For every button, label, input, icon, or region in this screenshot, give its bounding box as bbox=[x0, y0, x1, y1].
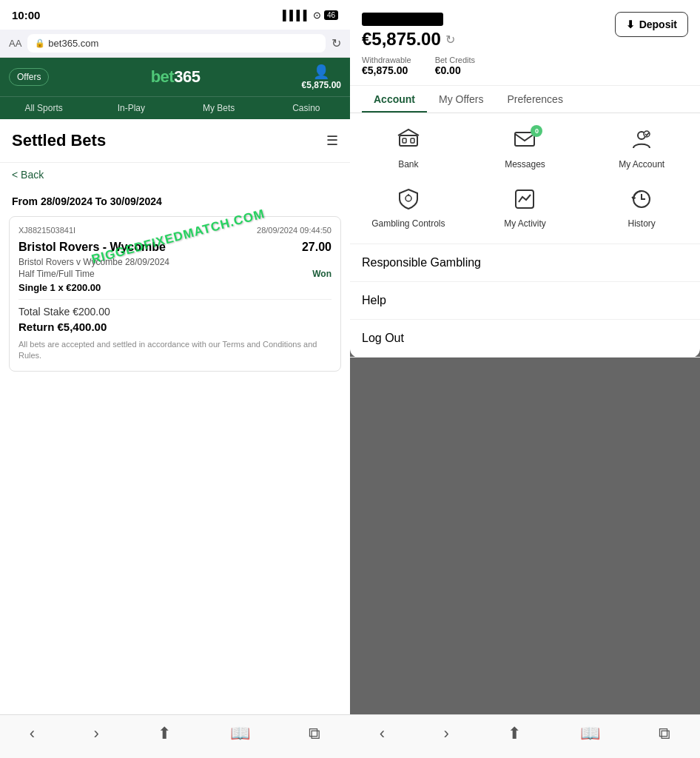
my-account-icon bbox=[630, 128, 653, 152]
panel-user-id bbox=[362, 13, 443, 26]
bet-type-row: Half Time/Full Time Won bbox=[18, 269, 332, 279]
app-header-left: Offers bet365 👤 €5,875.00 bbox=[0, 58, 350, 96]
bet-odds: 27.00 bbox=[302, 241, 332, 254]
stake-label: Total Stake bbox=[18, 306, 70, 318]
bookmark-icon-right[interactable]: 📖 bbox=[580, 724, 600, 743]
balance-left: €5,875.00 bbox=[302, 80, 341, 90]
return-label: Return bbox=[18, 321, 54, 333]
url-bar-left[interactable]: 🔒 bet365.com bbox=[27, 34, 326, 53]
account-tabs: Account My Offers Preferences bbox=[350, 86, 700, 113]
tabs-icon-left[interactable]: ⧉ bbox=[309, 724, 320, 743]
menu-icon-left[interactable]: ☰ bbox=[326, 133, 338, 149]
disclaimer-left: All bets are accepted and settled in acc… bbox=[18, 339, 332, 362]
bank-icon bbox=[397, 128, 420, 152]
bank-label: Bank bbox=[398, 159, 418, 170]
nav-in-play-left[interactable]: In-Play bbox=[87, 97, 175, 119]
withdrawable-val: €5,875.00 bbox=[362, 64, 411, 76]
share-icon-right[interactable]: ⬆ bbox=[508, 724, 521, 743]
nav-my-bets-left[interactable]: My Bets bbox=[175, 97, 263, 119]
tab-account[interactable]: Account bbox=[362, 86, 427, 113]
my-activity-label: My Activity bbox=[504, 218, 546, 229]
my-activity-icon-wrap bbox=[513, 187, 536, 214]
history-icon-wrap bbox=[630, 187, 653, 214]
bet-credits-val: €0.00 bbox=[435, 64, 475, 76]
offers-button-left[interactable]: Offers bbox=[9, 68, 49, 86]
messages-icon-wrap: 0 bbox=[513, 128, 536, 155]
bet-desc: Bristol Rovers v Wycombe 28/09/2024 bbox=[18, 257, 332, 267]
deposit-button[interactable]: ⬇ Deposit bbox=[615, 12, 688, 37]
nav-casino-left[interactable]: Casino bbox=[263, 97, 350, 119]
bet-ref: XJ8821503841I bbox=[18, 226, 75, 235]
gambling-controls-label: Gambling Controls bbox=[371, 218, 445, 229]
sub-balances: Withdrawable €5,875.00 Bet Credits €0.00 bbox=[350, 56, 700, 86]
return-row: Return €5,400.00 bbox=[18, 321, 332, 333]
tabs-icon-right[interactable]: ⧉ bbox=[659, 724, 670, 743]
nav-all-sports-left[interactable]: All Sports bbox=[0, 97, 87, 119]
log-out-item[interactable]: Log Out bbox=[350, 320, 700, 358]
my-account-icon-item[interactable]: My Account bbox=[583, 119, 700, 178]
page-title-left: Settled Bets bbox=[12, 131, 106, 150]
tab-my-offers[interactable]: My Offers bbox=[427, 86, 495, 113]
my-account-icon-wrap bbox=[630, 128, 653, 155]
refresh-balance-icon[interactable]: ↻ bbox=[445, 33, 455, 47]
gambling-controls-icon bbox=[397, 187, 420, 211]
account-icons-grid: Bank 0 Messages bbox=[350, 113, 700, 244]
wifi-icon: ⊙ bbox=[313, 10, 321, 21]
left-screen: 10:00 ▌▌▌▌ ⊙ 46 AA 🔒 bet365.com ↻ Offers… bbox=[0, 0, 350, 758]
account-icon-left: 👤 bbox=[313, 64, 329, 80]
stake-val: €200.00 bbox=[73, 306, 110, 318]
divider bbox=[18, 299, 332, 300]
deposit-label: Deposit bbox=[639, 19, 677, 30]
signal-icon: ▌▌▌▌ bbox=[283, 10, 310, 21]
back-link-left[interactable]: < Back bbox=[0, 163, 350, 187]
history-label: History bbox=[627, 218, 655, 229]
history-icon-item[interactable]: History bbox=[583, 178, 700, 238]
nav-bar-left: All Sports In-Play My Bets Casino bbox=[0, 96, 350, 119]
gambling-controls-icon-wrap bbox=[397, 187, 420, 214]
browser-bar-left: AA 🔒 bet365.com ↻ bbox=[0, 30, 350, 58]
battery-left: 46 bbox=[324, 10, 338, 20]
share-icon-left[interactable]: ⬆ bbox=[158, 724, 171, 743]
bet-match-row: Bristol Rovers - Wycombe 27.00 bbox=[18, 241, 332, 254]
bet-date: 28/09/2024 09:44:50 bbox=[257, 226, 332, 235]
refresh-icon-left[interactable]: ↻ bbox=[332, 36, 341, 50]
account-panel: €5,875.00 ↻ ⬇ Deposit Withdrawable €5,87… bbox=[350, 0, 700, 358]
messages-badge: 0 bbox=[531, 125, 542, 137]
withdrawable-label: Withdrawable bbox=[362, 56, 411, 64]
gambling-controls-icon-item[interactable]: Gambling Controls bbox=[350, 178, 467, 238]
messages-icon-item[interactable]: 0 Messages bbox=[467, 119, 584, 178]
account-area-left[interactable]: 👤 €5,875.00 bbox=[302, 64, 341, 90]
history-icon bbox=[630, 187, 653, 211]
bottom-bar-left: ‹ › ⬆ 📖 ⧉ bbox=[0, 714, 350, 758]
bet-card-left: XJ8821503841I 28/09/2024 09:44:50 Bristo… bbox=[9, 216, 341, 372]
browser-aa-left: AA bbox=[9, 38, 21, 49]
bank-icon-item[interactable]: Bank bbox=[350, 119, 467, 178]
forward-nav-icon-left[interactable]: › bbox=[94, 724, 99, 743]
bet-single: Single 1 x €200.00 bbox=[18, 282, 332, 293]
back-nav-icon-right[interactable]: ‹ bbox=[380, 724, 385, 743]
date-range-left: From 28/09/2024 To 30/09/2024 bbox=[0, 187, 350, 216]
status-icons-left: ▌▌▌▌ ⊙ 46 bbox=[283, 10, 338, 21]
help-item[interactable]: Help bbox=[350, 282, 700, 320]
messages-label: Messages bbox=[505, 159, 545, 170]
back-nav-icon-left[interactable]: ‹ bbox=[30, 724, 35, 743]
withdrawable-block: Withdrawable €5,875.00 bbox=[362, 56, 411, 76]
bet-type: Half Time/Full Time bbox=[18, 269, 95, 279]
page-header-left: Settled Bets ☰ bbox=[0, 119, 350, 163]
time-left: 10:00 bbox=[12, 9, 40, 21]
right-screen: 10:00 ▌▌▌▌ ⊙ 46 AA 🔒 bet365.com ↻ Offers… bbox=[350, 0, 700, 758]
bet-credits-label: Bet Credits bbox=[435, 56, 475, 64]
my-activity-icon-item[interactable]: My Activity bbox=[467, 178, 584, 238]
panel-balance: €5,875.00 bbox=[362, 29, 441, 50]
return-val: €5,400.00 bbox=[58, 321, 107, 333]
responsible-gambling-item[interactable]: Responsible Gambling bbox=[350, 244, 700, 282]
panel-balance-row: €5,875.00 ↻ ⬇ Deposit bbox=[350, 0, 700, 56]
status-bar-left: 10:00 ▌▌▌▌ ⊙ 46 bbox=[0, 0, 350, 30]
tab-preferences[interactable]: Preferences bbox=[495, 86, 574, 113]
bet-ref-row: XJ8821503841I 28/09/2024 09:44:50 bbox=[18, 226, 332, 235]
lock-icon-left: 🔒 bbox=[35, 38, 45, 48]
bank-icon-wrap bbox=[397, 128, 420, 155]
forward-nav-icon-right[interactable]: › bbox=[444, 724, 449, 743]
bet-match: Bristol Rovers - Wycombe bbox=[18, 241, 166, 254]
bookmark-icon-left[interactable]: 📖 bbox=[230, 724, 250, 743]
